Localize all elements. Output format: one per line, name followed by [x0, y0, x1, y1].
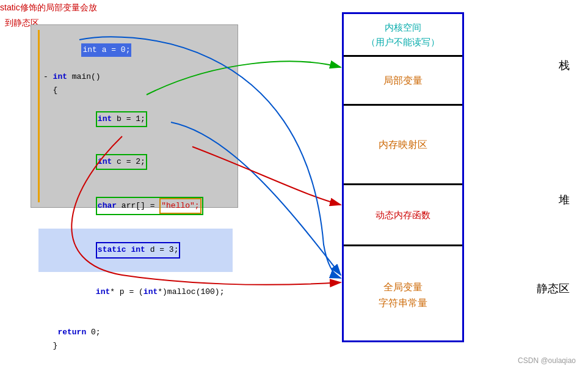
memory-diagram: 内核空间 （用户不能读写） 局部变量 内存映射区 动态内存函数 全局变量 字符串…: [342, 12, 464, 342]
stack-right-label: 栈: [559, 58, 570, 73]
code-line-1: int a = 0;: [43, 30, 233, 70]
code-left-border: [38, 30, 40, 202]
kernel-section: 内核空间 （用户不能读写）: [344, 14, 462, 57]
code-line-7: static int d = 3;: [38, 229, 233, 271]
mmap-section: 内存映射区: [344, 106, 462, 185]
stack-section: 局部变量: [344, 57, 462, 106]
code-line-8: int* p = (int*)malloc(100);: [43, 272, 233, 312]
heap-right-label: 堆: [559, 193, 570, 207]
highlight-b: int b = 1;: [96, 111, 147, 127]
code-line-2: - int main(): [43, 70, 233, 84]
code-panel: int a = 0; - int main() { int b = 1; int…: [31, 24, 238, 208]
code-line-10: return 0;: [43, 326, 233, 339]
static-section: 全局变量 字符串常量: [344, 246, 462, 344]
code-line-3: {: [43, 84, 233, 97]
heap-section: 动态内存函数: [344, 185, 462, 246]
heap-label: 动态内存函数: [376, 208, 430, 222]
watermark: CSDN @oulaqiao: [518, 356, 576, 365]
highlight-static-d: static int d = 3;: [96, 242, 181, 258]
mmap-label: 内存映射区: [379, 137, 427, 153]
code-line-5: int c = 2;: [43, 141, 233, 183]
static-right-label: 静态区: [537, 281, 570, 296]
highlight-arr: char arr[] = "hello";: [96, 197, 203, 215]
code-line-6: char arr[] = "hello";: [43, 183, 233, 229]
highlight-c: int c = 2;: [96, 154, 147, 170]
code-line-4: int b = 1;: [43, 97, 233, 140]
highlight-int-a: int a = 0;: [81, 43, 131, 57]
code-line-9: [43, 312, 233, 326]
code-line-11: }: [43, 339, 233, 353]
static-label: 全局变量 字符串常量: [379, 279, 427, 310]
kernel-label: 内核空间 （用户不能读写）: [366, 20, 440, 50]
main-container: int a = 0; - int main() { int b = 1; int…: [0, 0, 588, 371]
highlight-string-hello: "hello";: [159, 198, 201, 214]
stack-label: 局部变量: [383, 73, 423, 89]
